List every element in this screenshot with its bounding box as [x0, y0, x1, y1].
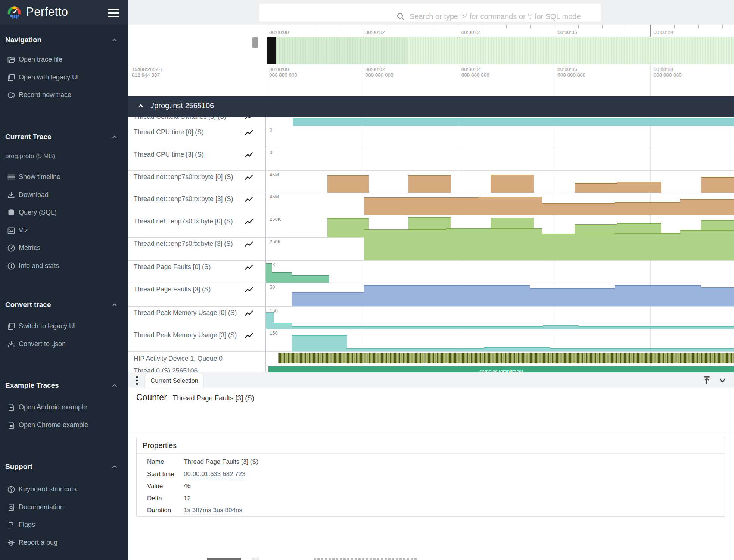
sidebar-item-open-chrome-example[interactable]: Open Chrome example: [0, 419, 128, 432]
counter-sparkline-icon[interactable]: [245, 286, 254, 294]
sidebar-item-download[interactable]: Download: [0, 189, 128, 202]
sidebar-item-keyboard-shortcuts[interactable]: Keyboard shortcuts: [0, 484, 128, 496]
counter-fill-segment: [617, 182, 661, 193]
counter-fill-segment: [364, 285, 530, 306]
counter-sparkline-icon[interactable]: [245, 195, 254, 204]
timestamp-gridline: [266, 64, 266, 96]
property-value-link[interactable]: 1s 387ms 3us 804ns: [184, 507, 242, 514]
counter-sparkline-icon[interactable]: [245, 151, 254, 159]
sidebar-item-open-android-example[interactable]: Open Android example: [0, 401, 128, 414]
sidebar-item-open-with-legacy-ui[interactable]: Open with legacy UI: [0, 72, 128, 84]
flag-icon: [7, 520, 16, 529]
track-shell[interactable]: Thread Peak Memory Usage [0] (S): [128, 307, 266, 329]
track-shell[interactable]: Thread net:::enp7s0:tx:byte [0] (S): [128, 215, 266, 237]
track-shell[interactable]: Thread Peak Memory Usage [3] (S): [128, 329, 266, 351]
sidebar-item-query-sql-[interactable]: Query (SQL): [0, 207, 128, 219]
track-canvas[interactable]: 4K: [266, 261, 734, 283]
close-panel-chevron-icon[interactable]: [718, 375, 727, 385]
chevron-up-icon[interactable]: [111, 382, 119, 390]
process-group-header[interactable]: ./prog.inst 2565106: [128, 96, 734, 117]
sidebar-item-label: Flags: [19, 521, 35, 529]
track-shell[interactable]: Thread Page Faults [3] (S): [128, 283, 266, 306]
sidebar-item-metrics[interactable]: Metrics: [0, 242, 128, 255]
counter-sparkline-icon[interactable]: [245, 309, 254, 317]
track-shell[interactable]: Thread net:::enp7s0:rx:byte [0] (S): [128, 171, 266, 193]
sidebar-item-record-new-trace[interactable]: Record new trace: [0, 89, 128, 102]
counter-fill-segment: [274, 323, 292, 329]
track-canvas[interactable]: 45M: [266, 171, 734, 193]
sidebar-item-show-timeline[interactable]: Show timeline: [0, 171, 128, 184]
search-icon: [396, 12, 405, 21]
counter-scale-label: 0: [270, 150, 272, 155]
track-canvas[interactable]: [266, 352, 734, 365]
search-box[interactable]: [259, 4, 601, 22]
track-shell[interactable]: Thread 0 (S) 2565106: [128, 365, 266, 372]
property-value-link[interactable]: 00:00:01.633 682 723: [184, 470, 245, 478]
track-canvas[interactable]: 45M: [266, 193, 734, 215]
sidebar-item-report-a-bug[interactable]: Report a bug: [0, 537, 128, 550]
track-shell[interactable]: Thread Context Switches [3] (S): [128, 117, 266, 126]
minimap-viewport-bar[interactable]: [267, 37, 276, 64]
track-shell[interactable]: Thread net:::enp7s0:tx:byte [3] (S): [128, 238, 266, 260]
track-title: Thread Context Switches [3] (S): [134, 117, 226, 121]
counter-sparkline-icon[interactable]: [245, 129, 254, 137]
sidebar-section-support[interactable]: Support: [5, 463, 123, 471]
ruler-time-label: 00:00:02: [365, 29, 385, 35]
hamburger-menu-icon[interactable]: [108, 9, 119, 17]
sidebar-section-example-traces[interactable]: Example Traces: [5, 381, 123, 390]
sidebar-section-navigation[interactable]: Navigation: [5, 36, 123, 44]
track-canvas[interactable]: 150: [266, 329, 734, 351]
counter-sparkline-icon[interactable]: [245, 240, 254, 248]
track-row-thread-page-faults-3-s-: Thread Page Faults [3] (S)50: [128, 283, 734, 307]
chevron-up-icon[interactable]: [111, 301, 119, 309]
property-row-value: Value46: [147, 482, 191, 490]
track-shell[interactable]: Thread net:::enp7s0:rx:byte [3] (S): [128, 193, 266, 215]
overview-minimap[interactable]: [128, 37, 734, 64]
counter-sparkline-icon[interactable]: [245, 263, 254, 272]
chevron-up-icon[interactable]: [111, 463, 119, 471]
track-canvas[interactable]: 150: [266, 307, 734, 329]
timestamp-line1: 15d08:26:56+: [132, 66, 163, 72]
sidebar-section-convert-trace[interactable]: Convert trace: [5, 301, 123, 309]
track-shell[interactable]: HIP Activity Device 1, Queue 0: [128, 352, 266, 365]
sidebar-item-flags[interactable]: Flags: [0, 519, 128, 532]
track-canvas[interactable]: [266, 117, 734, 126]
track-canvas[interactable]: 250K: [266, 238, 734, 260]
track-canvas[interactable]: 0: [266, 148, 734, 170]
counter-sparkline-icon[interactable]: [245, 218, 254, 226]
expand-panel-icon[interactable]: [702, 375, 712, 385]
track-canvas[interactable]: 50: [266, 283, 734, 306]
download-icon: [7, 191, 16, 200]
hip-slices[interactable]: [278, 353, 734, 363]
sidebar-item-switch-to-legacy-ui[interactable]: Switch to legacy UI: [0, 320, 128, 333]
sidebar-section-current-trace[interactable]: Current Trace: [5, 133, 123, 141]
document-icon: [7, 403, 16, 412]
track-title: Thread net:::enp7s0:rx:byte [3] (S): [134, 195, 233, 203]
panel-drag-handle[interactable]: Current Selection: [128, 372, 734, 388]
counter-sparkline-icon[interactable]: [245, 117, 254, 121]
property-label: Name: [147, 458, 184, 466]
search-input[interactable]: [409, 8, 728, 25]
counter-sparkline-icon[interactable]: [245, 173, 254, 182]
track-shell[interactable]: Thread Page Faults [0] (S): [128, 261, 266, 283]
minimap-drag-handle[interactable]: [252, 37, 258, 48]
kebab-menu-icon[interactable]: [135, 376, 139, 385]
track-canvas[interactable]: samples [omnitrace]: [266, 365, 734, 372]
track-canvas[interactable]: 0: [266, 126, 734, 148]
tab-current-selection[interactable]: Current Selection: [145, 373, 203, 388]
sidebar-item-documentation[interactable]: Documentation: [0, 501, 128, 514]
sidebar-item-viz[interactable]: Viz: [0, 225, 128, 237]
counter-sparkline-icon[interactable]: [245, 332, 254, 340]
sidebar-item-info-and-stats[interactable]: Info and stats: [0, 260, 128, 273]
thread-slice-bar[interactable]: samples [omnitrace]: [268, 366, 734, 372]
trace-start-timestamp: 15d08:26:56+012 844 387: [132, 66, 163, 78]
track-shell[interactable]: Thread CPU time [3] (S): [128, 148, 266, 170]
process-title: ./prog.inst 2565106: [150, 101, 214, 110]
track-shell[interactable]: Thread CPU time [0] (S): [128, 126, 266, 148]
sidebar-item-convert-to-json[interactable]: Convert to .json: [0, 338, 128, 351]
timestamp-gridline: [650, 64, 651, 96]
chevron-up-icon[interactable]: [111, 133, 119, 141]
counter-fill-segment: [479, 197, 542, 215]
sidebar-item-open-trace-file[interactable]: Open trace file: [0, 54, 128, 66]
chevron-up-icon[interactable]: [111, 36, 119, 44]
